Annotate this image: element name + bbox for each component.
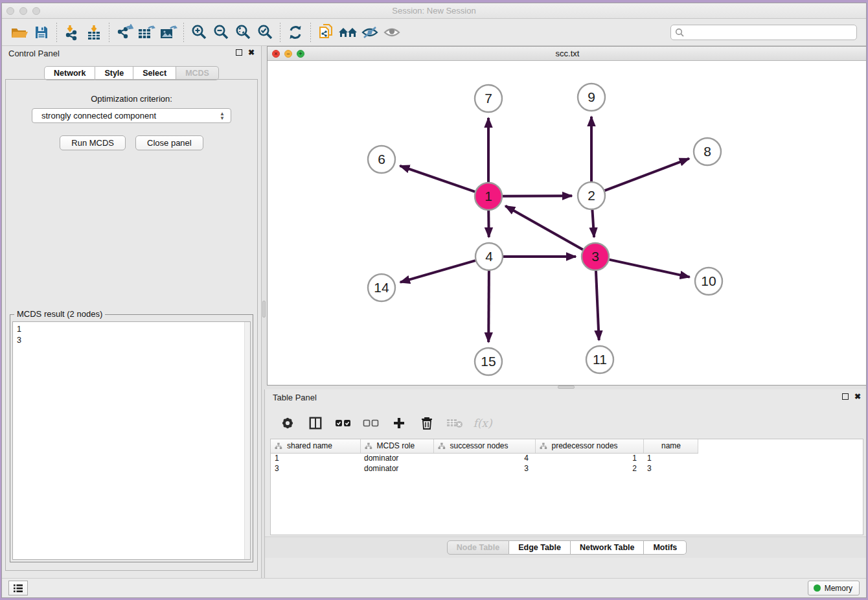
- graph-edge-2-8[interactable]: [605, 159, 689, 191]
- column-header-MCDS-role[interactable]: MCDS role: [360, 439, 433, 453]
- mcds-result-area[interactable]: 1 3: [12, 321, 251, 560]
- hide-selected-button[interactable]: [359, 22, 381, 43]
- export-image-button[interactable]: [157, 22, 179, 43]
- trash-icon: [420, 416, 433, 430]
- graph-edge-4-15[interactable]: [488, 271, 489, 342]
- graph-node-label-10: 10: [701, 273, 716, 288]
- column-header-predecessor-nodes[interactable]: predecessor nodes: [535, 439, 643, 453]
- task-history-button[interactable]: [8, 581, 28, 595]
- column-header-successor-nodes[interactable]: successor nodes: [433, 439, 535, 453]
- table-cell[interactable]: 2: [535, 463, 643, 474]
- tab-mcds[interactable]: MCDS: [176, 66, 219, 80]
- result-scrollbar[interactable]: [244, 322, 250, 559]
- table-cell[interactable]: 1: [271, 453, 360, 463]
- table-cell[interactable]: 3: [433, 463, 535, 474]
- column-header-shared-name[interactable]: shared name: [271, 439, 360, 453]
- tab-style[interactable]: Style: [95, 66, 133, 80]
- criterion-select[interactable]: strongly connected component ▲▼: [32, 108, 231, 123]
- toolbar-separator: [109, 23, 109, 42]
- graph-edge-4-14[interactable]: [400, 260, 475, 283]
- table-cell[interactable]: 4: [433, 453, 535, 463]
- vertical-splitter-handle[interactable]: [262, 301, 266, 317]
- mcds-panel: Optimization criterion: strongly connect…: [5, 79, 258, 571]
- table-cell[interactable]: 1: [535, 453, 643, 463]
- tab-network-table[interactable]: Network Table: [571, 540, 645, 555]
- export-network-icon: [115, 24, 133, 41]
- graph-edge-3-11[interactable]: [596, 271, 599, 340]
- save-floppy-icon: [34, 25, 49, 40]
- fx-icon: f(x): [473, 417, 492, 430]
- table-settings-button[interactable]: [279, 415, 296, 432]
- tab-network[interactable]: Network: [44, 66, 95, 80]
- table-panel-title: Table Panel: [273, 393, 317, 402]
- graph-node-label-15: 15: [481, 354, 496, 369]
- export-table-icon: [137, 24, 156, 41]
- memory-button[interactable]: Memory: [808, 581, 860, 595]
- hide-all-columns-button[interactable]: [363, 415, 380, 432]
- graph-edge-1-6[interactable]: [400, 166, 475, 192]
- control-panel-title: Control Panel: [8, 49, 60, 58]
- import-table-icon: [86, 24, 102, 41]
- tab-motifs[interactable]: Motifs: [644, 540, 687, 555]
- import-network-button[interactable]: [61, 22, 83, 43]
- zoom-out-icon: [212, 24, 229, 41]
- tab-node-table[interactable]: Node Table: [447, 540, 509, 555]
- open-folder-icon: [10, 25, 29, 40]
- export-network-button[interactable]: [113, 22, 135, 43]
- network-canvas[interactable]: 7968124314101511: [268, 61, 867, 385]
- column-header-name[interactable]: name: [643, 439, 698, 453]
- graph-node-label-1: 1: [485, 189, 492, 203]
- toolbar-separator: [183, 23, 184, 42]
- delete-table-button[interactable]: [446, 415, 463, 432]
- node-table: shared nameMCDS rolesuccessor nodesprede…: [271, 439, 698, 474]
- column-sort-icon: [365, 443, 372, 450]
- table-cell[interactable]: dominator: [360, 463, 433, 474]
- search-box[interactable]: [670, 25, 857, 40]
- zoom-selected-button[interactable]: [254, 22, 276, 43]
- first-neighbors-button[interactable]: [337, 22, 359, 43]
- refresh-layout-button[interactable]: [284, 22, 306, 43]
- run-mcds-button[interactable]: Run MCDS: [60, 135, 126, 150]
- list-icon: [13, 584, 23, 593]
- close-table-panel-icon[interactable]: ✖: [854, 393, 861, 400]
- export-table-button[interactable]: [135, 22, 157, 43]
- delete-columns-button[interactable]: [418, 415, 435, 432]
- network-view-window: × − + scc.txt 7968124314101511: [267, 46, 867, 386]
- close-panel-icon[interactable]: ✖: [248, 49, 255, 56]
- table-cell[interactable]: 3: [643, 463, 698, 474]
- table-row[interactable]: 1dominator411: [271, 453, 698, 463]
- table-cell[interactable]: 1: [643, 453, 698, 463]
- graph-edge-3-1[interactable]: [505, 206, 583, 249]
- horizontal-splitter-handle[interactable]: [558, 386, 575, 389]
- tab-edge-table[interactable]: Edge Table: [509, 540, 571, 555]
- network-window-titlebar[interactable]: × − + scc.txt: [268, 47, 867, 61]
- main-area: Control Panel ✖ NetworkStyleSelectMCDS O…: [2, 46, 866, 578]
- show-all-columns-button[interactable]: [335, 415, 352, 432]
- status-bar: Memory: [2, 578, 866, 597]
- table-cell[interactable]: 3: [271, 463, 360, 474]
- table-row[interactable]: 3dominator323: [271, 463, 698, 474]
- graph-edge-2-3[interactable]: [592, 210, 594, 237]
- zoom-in-button[interactable]: [188, 22, 210, 43]
- import-table-button[interactable]: [83, 22, 105, 43]
- open-session-button[interactable]: [8, 22, 30, 43]
- graph-edge-1-2[interactable]: [503, 196, 572, 196]
- table-cell[interactable]: dominator: [360, 453, 433, 463]
- graph-node-label-7: 7: [485, 91, 492, 106]
- graph-edge-3-10[interactable]: [609, 260, 689, 277]
- tab-select[interactable]: Select: [133, 66, 176, 80]
- split-pane-button[interactable]: [307, 415, 324, 432]
- close-panel-button[interactable]: Close panel: [135, 135, 203, 150]
- graph-node-label-4: 4: [485, 249, 493, 264]
- save-session-button[interactable]: [30, 22, 52, 43]
- float-table-panel-icon[interactable]: [842, 393, 849, 400]
- function-builder-button[interactable]: f(x): [474, 415, 491, 432]
- float-panel-icon[interactable]: [236, 49, 242, 56]
- search-input[interactable]: [685, 26, 856, 39]
- zoom-out-button[interactable]: [210, 22, 232, 43]
- optimization-label: Optimization criterion:: [6, 94, 257, 104]
- duplicate-network-button[interactable]: [315, 22, 337, 43]
- add-column-button[interactable]: [391, 415, 407, 432]
- zoom-fit-button[interactable]: [232, 22, 254, 43]
- show-all-button[interactable]: [381, 22, 403, 43]
